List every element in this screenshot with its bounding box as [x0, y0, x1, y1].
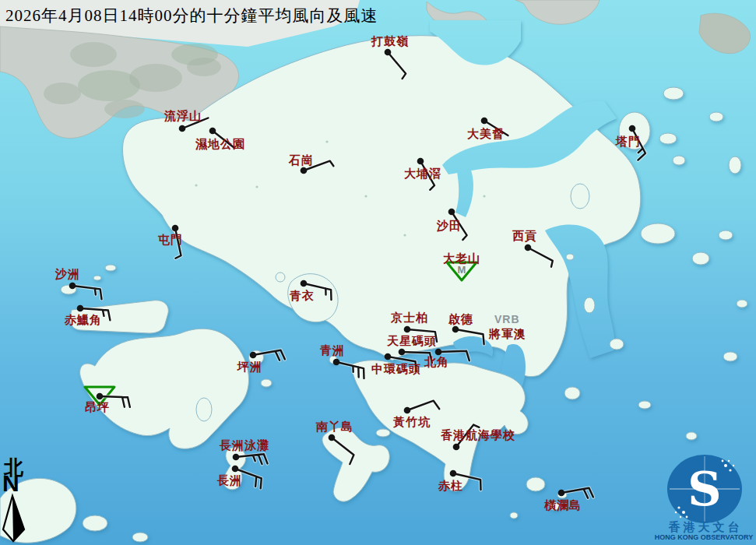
station-dot — [233, 454, 240, 461]
station-dot — [525, 244, 532, 251]
station-label-sha-chau: 沙洲 — [55, 267, 80, 282]
station-label-stanley: 赤柱 — [438, 479, 463, 494]
station-label-lamma-island: 南丫島 — [316, 420, 353, 434]
station-label-wetland-park: 濕地公園 — [195, 137, 245, 152]
station-dot — [172, 225, 179, 232]
station-label-ta-kwu-ling: 打鼓嶺 — [371, 34, 409, 49]
station-dot — [69, 283, 76, 290]
station-label-star-ferry: 天星碼頭 — [387, 334, 437, 349]
station-label-shek-kong: 石崗 — [289, 153, 314, 168]
hko-logo: S — [667, 455, 742, 523]
station-label-cheung-chau: 長洲 — [217, 473, 242, 488]
station-dot — [329, 434, 336, 441]
station-dot — [250, 352, 257, 359]
station-dot — [77, 305, 84, 312]
station-dot — [453, 444, 460, 451]
observatory-name-english: HONG KONG OBSERVATORY — [649, 533, 756, 541]
station-dot — [232, 466, 239, 473]
station-dot — [629, 125, 636, 132]
map-canvas: M S — [0, 0, 756, 545]
compass-north-letter: N — [2, 470, 19, 497]
station-dot — [558, 490, 565, 497]
station-dot — [417, 158, 424, 165]
station-label-tai-mei-tuk: 大美督 — [467, 127, 505, 142]
station-label-wong-chuk-hang: 黃竹坑 — [393, 415, 431, 430]
station-label-waglan-island: 橫瀾島 — [544, 498, 582, 513]
station-dot — [450, 470, 457, 477]
wind-map: M S 打鼓嶺流浮山濕地公園石崗大美督塔門大埔滘沙田西貢大老山屯門沙洲赤鱲角青衣… — [0, 0, 756, 545]
station-label-tuen-mun: 屯門 — [158, 233, 183, 248]
station-label-cheung-chau-beach: 長洲泳灘 — [220, 438, 269, 453]
station-label-tai-po-kau: 大埔滘 — [404, 167, 441, 181]
station-label-green-island: 青洲 — [320, 343, 345, 358]
station-label-kings-park: 京士柏 — [391, 311, 428, 325]
station-dot — [435, 349, 442, 356]
station-label-tsing-yi: 青衣 — [290, 289, 315, 304]
station-label-lau-fau-shan: 流浮山 — [164, 109, 202, 124]
station-label-tates-cairn: 大老山 — [443, 251, 480, 266]
station-label-peng-chau: 坪洲 — [237, 360, 262, 374]
station-dot — [333, 359, 340, 366]
station-label-north-point: 北角 — [424, 355, 449, 370]
station-dot — [179, 125, 186, 132]
station-label-tseung-kwan-o: 將軍澳 — [489, 327, 526, 342]
station-dot — [301, 280, 308, 287]
station-label-central-pier: 中環碼頭 — [371, 362, 421, 377]
station-label-hk-sea-school: 香港航海學校 — [441, 428, 515, 443]
station-label-sai-kung: 西貢 — [512, 229, 537, 244]
station-label-ngong-ping: 昂坪 — [85, 400, 110, 415]
station-dot — [481, 118, 488, 125]
station-label-sha-tin: 沙田 — [437, 219, 462, 234]
station-label-chek-lap-kok: 赤鱲角 — [65, 313, 102, 328]
station-dot — [399, 349, 406, 356]
station-dot — [404, 326, 411, 333]
station-dot — [404, 407, 411, 414]
station-dot — [385, 353, 392, 360]
station-dot — [385, 49, 392, 56]
station-dot — [209, 128, 216, 135]
station-dot — [97, 393, 104, 400]
map-title: 2026年4月08日14時00分的十分鐘平均風向及風速 — [5, 5, 378, 26]
station-label-tap-mun: 塔門 — [616, 135, 641, 149]
hko-logo-swirl: S — [687, 462, 721, 516]
station-label-kai-tak: 啟德 — [448, 312, 473, 327]
station-dot — [448, 209, 455, 216]
